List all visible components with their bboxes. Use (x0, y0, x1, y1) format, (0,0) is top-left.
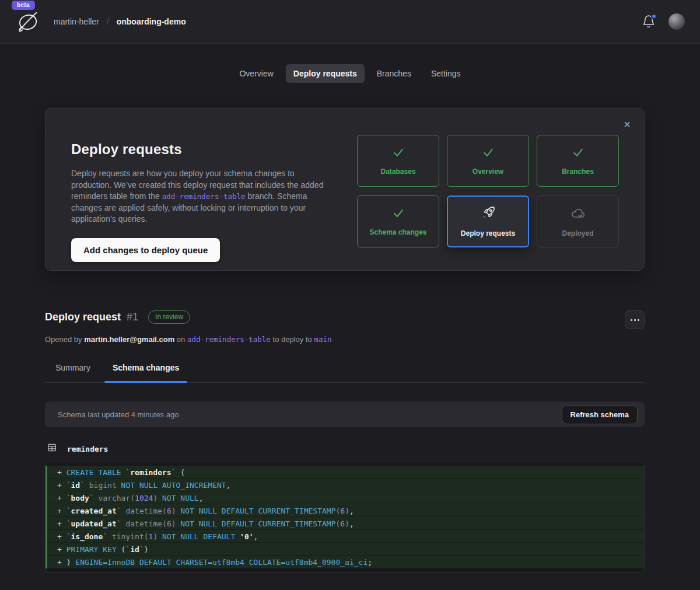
onboarding-tile-deploy-requests[interactable]: Deploy requests (447, 195, 529, 247)
onboarding-card: × Deploy requests Deploy requests are ho… (45, 108, 645, 271)
deploy-request-title: Deploy request (45, 311, 121, 323)
code-token: tinyint( (112, 532, 149, 541)
check-icon (392, 146, 405, 161)
code-token: ; (368, 558, 372, 567)
close-icon: × (624, 118, 631, 131)
diff-line: + `body` varchar(1024) NOT NULL, (46, 491, 644, 504)
tab-deploy-requests[interactable]: Deploy requests (286, 64, 365, 83)
code-token (117, 481, 121, 490)
code-token: 6 (167, 519, 172, 528)
code-token (107, 532, 112, 541)
code-token (158, 494, 162, 502)
tile-label: Schema changes (369, 228, 426, 236)
code-token: + (57, 532, 66, 541)
code-token: 6 (167, 507, 172, 515)
code-token: ` (117, 519, 121, 528)
code-token: ) (345, 507, 349, 515)
code-token: 6 (340, 507, 345, 515)
byline-email: martin.heller@gmail.com (84, 335, 174, 344)
code-token: NOT NULL AUTO_INCREMENT (121, 481, 226, 490)
code-token: , (349, 507, 354, 515)
diff-line: + CREATE TABLE `reminders` ( (46, 466, 644, 479)
avatar[interactable] (668, 13, 685, 30)
schema-diff-block: + CREATE TABLE `reminders` (+ `id` bigin… (45, 462, 645, 572)
onboarding-tile-deployed[interactable]: Deployed (537, 195, 619, 247)
top-header: beta martin-heller / onboarding-demo (0, 0, 700, 44)
code-token: ( (176, 468, 186, 477)
code-token: ) (172, 507, 176, 515)
tile-label: Databases (380, 167, 415, 176)
code-token: , (254, 532, 258, 541)
code-token: ` (66, 507, 71, 515)
tile-label: Overview (473, 167, 503, 176)
code-token: updated_at (71, 519, 116, 528)
code-token: datetime( (125, 507, 166, 515)
code-token (121, 519, 126, 528)
planetscale-logo-icon[interactable] (15, 8, 42, 35)
diff-line: + PRIMARY KEY (`id`) (46, 543, 644, 556)
code-token: + ) (57, 558, 75, 567)
schema-status-text: Schema last updated 4 minutes ago (58, 410, 178, 419)
rocket-icon (481, 205, 496, 223)
code-token: ` (66, 481, 71, 490)
breadcrumb: martin-heller / onboarding-demo (54, 17, 186, 26)
tile-label: Branches (562, 167, 594, 176)
breadcrumb-database[interactable]: onboarding-demo (117, 17, 186, 26)
code-token: NOT NULL DEFAULT CURRENT_TIMESTAMP (180, 519, 335, 528)
table-icon (47, 442, 57, 455)
diff-line: + `is_done` tinyint(1) NOT NULL DEFAULT … (46, 530, 644, 543)
breadcrumb-org[interactable]: martin-heller (54, 17, 99, 26)
tab-overview[interactable]: Overview (232, 64, 281, 83)
check-icon (482, 146, 495, 161)
byline-target-branch-link[interactable]: main (314, 335, 331, 344)
diff-line: + `id` bigint NOT NULL AUTO_INCREMENT, (46, 479, 644, 491)
onboarding-tile-schema-changes[interactable]: Schema changes (357, 195, 439, 247)
code-token (235, 532, 240, 541)
deploy-request-number: #1 (127, 311, 138, 323)
code-token: 6 (340, 519, 345, 528)
code-token: ` (66, 519, 71, 528)
add-to-deploy-queue-button[interactable]: Add changes to deploy queue (71, 238, 220, 262)
tab-settings[interactable]: Settings (424, 64, 468, 83)
onboarding-tile-databases[interactable]: Databases (357, 135, 439, 187)
onboarding-tile-branches[interactable]: Branches (537, 135, 619, 187)
table-name: reminders (67, 445, 108, 453)
code-token: id (130, 545, 139, 554)
deploy-request-byline: Opened by martin.heller@gmail.com on add… (45, 335, 645, 344)
notifications-bell-icon[interactable] (642, 15, 656, 29)
code-token: NOT NULL DEFAULT CURRENT_TIMESTAMP (180, 507, 335, 515)
refresh-schema-button[interactable]: Refresh schema (562, 405, 638, 424)
tile-label: Deployed (562, 229, 593, 238)
code-token: , (349, 519, 354, 528)
tab-summary[interactable]: Summary (47, 363, 99, 382)
tile-label: Deploy requests (461, 229, 515, 238)
code-token: ) (345, 519, 349, 528)
code-token: id (71, 481, 80, 490)
code-token: , (226, 481, 231, 490)
code-token: CREATE TABLE (66, 468, 121, 477)
code-token (176, 519, 181, 528)
card-close-button[interactable]: × (620, 117, 635, 132)
schema-status-bar: Schema last updated 4 minutes ago Refres… (45, 402, 645, 427)
tab-branches[interactable]: Branches (369, 64, 419, 83)
table-section-header[interactable]: reminders (45, 442, 645, 455)
code-token: ` (103, 532, 107, 541)
diff-line: + `updated_at` datetime(6) NOT NULL DEFA… (46, 517, 644, 530)
code-token: , (199, 494, 204, 502)
tab-schema-changes[interactable]: Schema changes (104, 363, 187, 382)
code-token: bigint (89, 481, 117, 490)
code-token: ` (89, 494, 94, 502)
code-token: ` (66, 494, 71, 502)
byline-source-branch-link[interactable]: add-reminders-table (187, 335, 271, 344)
code-token: ` (139, 545, 144, 554)
cloud-check-icon (570, 205, 586, 223)
ellipsis-icon (631, 319, 639, 321)
check-icon (392, 207, 405, 222)
overflow-menu-button[interactable] (625, 310, 645, 329)
code-token (121, 507, 126, 515)
onboarding-tile-overview[interactable]: Overview (447, 135, 529, 187)
diff-line: + ) ENGINE=InnoDB DEFAULT CHARSET=utf8mb… (46, 556, 644, 568)
onboarding-tiles: DatabasesOverviewBranchesSchema changesD… (357, 135, 619, 247)
code-token: 1024 (135, 494, 153, 502)
code-token (94, 494, 99, 502)
